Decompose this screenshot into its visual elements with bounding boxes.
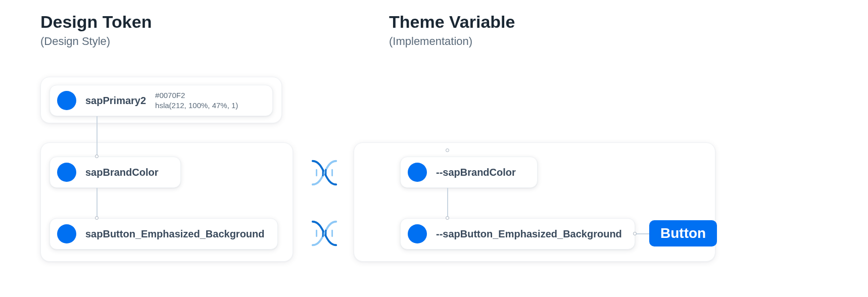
token-hsla: hsla(212, 100%, 47%, 1) [155,101,238,111]
token-name: sapPrimary2 [85,95,146,107]
connector-dot-icon [446,216,449,220]
pill-var-sapBrandColor: --sapBrandColor [400,157,538,188]
token-hex: #0070F2 [155,90,238,101]
dna-link-icon [310,159,339,187]
left-title: Design Token [40,12,152,32]
var-name: --sapBrandColor [436,167,516,178]
pill-sapBrandColor: sapBrandColor [50,157,181,188]
left-header: Design Token (Design Style) [40,12,152,48]
connector-dot-icon [633,232,637,235]
swatch-icon [408,224,427,243]
left-subtitle: (Design Style) [40,35,152,48]
right-title: Theme Variable [389,12,515,32]
connector-dot-icon [95,155,99,158]
swatch-icon [57,224,76,243]
right-subtitle: (Implementation) [389,35,515,48]
emphasized-button[interactable]: Button [649,220,717,246]
connector-line [97,188,98,218]
button-label: Button [660,225,706,241]
pill-sapButtonEmphBg: sapButton_Emphasized_Background [50,218,278,250]
right-header: Theme Variable (Implementation) [389,12,515,48]
pill-var-sapButtonEmphBg: --sapButton_Emphasized_Background [400,218,635,250]
var-name: --sapButton_Emphasized_Background [436,228,622,240]
connector-line [635,233,649,234]
token-name: sapBrandColor [85,167,158,178]
connector-line [447,188,448,218]
dna-link-icon [310,219,339,247]
connector-line [97,116,98,157]
swatch-icon [57,91,76,110]
swatch-icon [57,163,76,182]
token-name: sapButton_Emphasized_Background [85,228,265,240]
token-meta: #0070F2 hsla(212, 100%, 47%, 1) [155,90,238,111]
swatch-icon [408,163,427,182]
connector-dot-icon [446,148,449,152]
connector-dot-icon [95,216,99,220]
pill-sapPrimary2: sapPrimary2 #0070F2 hsla(212, 100%, 47%,… [50,85,273,116]
